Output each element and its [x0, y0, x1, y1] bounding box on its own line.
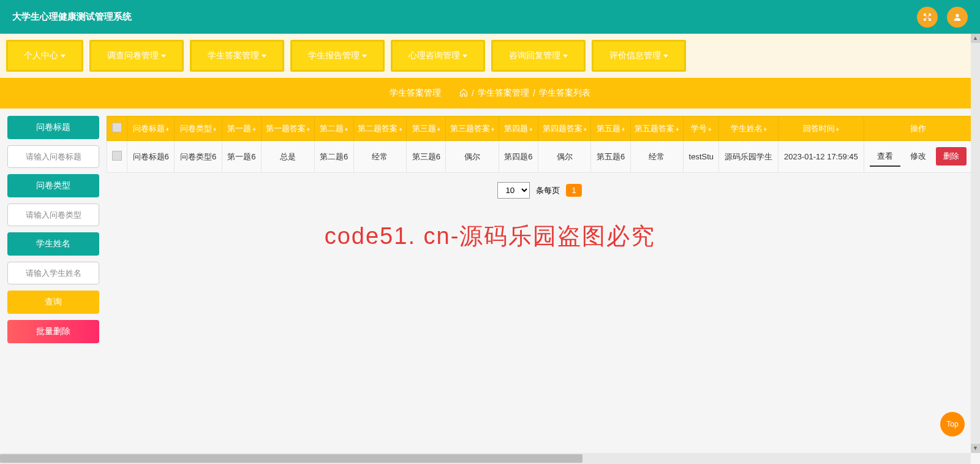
scroll-up-icon[interactable]: ▲ — [971, 34, 980, 43]
table-row: 问卷标题6 问卷类型6 第一题6 总是 第二题6 经常 第三题6 偶尔 第四题6… — [107, 141, 973, 173]
delete-button[interactable]: 删除 — [936, 147, 967, 165]
home-icon[interactable] — [459, 88, 468, 99]
sort-icon: ♦ — [836, 126, 839, 132]
chevron-down-icon — [663, 55, 668, 58]
nav-consult-reply-mgmt[interactable]: 咨询回复管理 — [491, 40, 586, 72]
th-col[interactable]: 第二题答案♦ — [353, 116, 406, 141]
cell: 经常 — [353, 141, 406, 173]
th-col[interactable]: 第四题♦ — [499, 116, 538, 141]
chevron-down-icon — [262, 55, 266, 58]
th-col[interactable]: 问卷标题♦ — [127, 116, 175, 141]
nav-eval-info-mgmt[interactable]: 评价信息管理 — [592, 40, 686, 72]
th-col[interactable]: 问卷类型♦ — [175, 116, 222, 141]
cell: 偶尔 — [538, 141, 591, 173]
content-wrap: 问卷标题 问卷类型 学生姓名 查询 批量删除 问卷标题♦ 问卷类型♦ 第一题♦ … — [0, 108, 980, 351]
fullscreen-icon[interactable] — [917, 7, 938, 28]
scroll-top-button[interactable]: Top — [940, 412, 965, 436]
th-col[interactable]: 第一题答案♦ — [262, 116, 314, 141]
th-checkbox — [107, 116, 127, 141]
filter-input-type[interactable] — [7, 203, 99, 226]
page-number[interactable]: 1 — [566, 184, 581, 197]
breadcrumb-current: 学生答案管理 — [390, 88, 441, 99]
nav-survey-mgmt[interactable]: 调查问卷管理 — [89, 40, 184, 72]
view-button[interactable]: 查看 — [870, 147, 900, 167]
row-checkbox[interactable] — [112, 151, 122, 161]
filter-sidebar: 问卷标题 问卷类型 学生姓名 查询 批量删除 — [7, 116, 99, 343]
cell: testStu — [684, 141, 719, 173]
system-title: 大学生心理健康测试管理系统 — [12, 11, 132, 23]
breadcrumb-link-2[interactable]: 学生答案列表 — [539, 88, 590, 99]
sort-icon: ♦ — [437, 126, 440, 132]
edit-button[interactable]: 修改 — [903, 147, 933, 165]
filter-label-title: 问卷标题 — [7, 116, 99, 139]
th-col[interactable]: 第三题♦ — [407, 116, 446, 141]
sort-icon: ♦ — [399, 126, 402, 132]
cell: 偶尔 — [446, 141, 499, 173]
nav-student-report-mgmt[interactable]: 学生报告管理 — [290, 40, 385, 72]
breadcrumb: 学生答案管理 / 学生答案管理 / 学生答案列表 — [0, 78, 980, 108]
sort-icon: ♦ — [345, 126, 348, 132]
chevron-down-icon — [563, 55, 568, 58]
filter-label-type: 问卷类型 — [7, 174, 99, 197]
nav-psych-consult-mgmt[interactable]: 心理咨询管理 — [391, 40, 485, 72]
th-col[interactable]: 第三题答案♦ — [446, 116, 499, 141]
breadcrumb-link-1[interactable]: 学生答案管理 — [478, 88, 529, 99]
sort-icon: ♦ — [213, 126, 216, 132]
th-actions: 操作 — [864, 116, 972, 141]
per-page-label: 条每页 — [536, 185, 560, 196]
th-col[interactable]: 第五题答案♦ — [630, 116, 683, 141]
horizontal-scrollbar[interactable] — [0, 453, 971, 464]
pagination: 10 条每页 1 — [107, 173, 973, 208]
th-col[interactable]: 回答时间♦ — [778, 116, 864, 141]
sort-icon: ♦ — [708, 126, 711, 132]
nav-bar: 个人中心 调查问卷管理 学生答案管理 学生报告管理 心理咨询管理 咨询回复管理 … — [0, 34, 980, 78]
sort-icon: ♦ — [307, 126, 310, 132]
th-col[interactable]: 第二题♦ — [314, 116, 353, 141]
sort-icon: ♦ — [166, 126, 169, 132]
th-col[interactable]: 第四题答案♦ — [538, 116, 591, 141]
table-area: 问卷标题♦ 问卷类型♦ 第一题♦ 第一题答案♦ 第二题♦ 第二题答案♦ 第三题♦… — [107, 116, 973, 343]
filter-label-student: 学生姓名 — [7, 232, 99, 256]
cell: 问卷类型6 — [175, 141, 222, 173]
sort-icon: ♦ — [252, 126, 255, 132]
nav-student-answer-mgmt[interactable]: 学生答案管理 — [190, 40, 284, 72]
th-col[interactable]: 第一题♦ — [222, 116, 261, 141]
data-table: 问卷标题♦ 问卷类型♦ 第一题♦ 第一题答案♦ 第二题♦ 第二题答案♦ 第三题♦… — [107, 116, 973, 173]
filter-input-title[interactable] — [7, 145, 99, 168]
sort-icon: ♦ — [764, 126, 767, 132]
page-size-select[interactable]: 10 — [497, 182, 530, 199]
cell: 源码乐园学生 — [719, 141, 778, 173]
table-header-row: 问卷标题♦ 问卷类型♦ 第一题♦ 第一题答案♦ 第二题♦ 第二题答案♦ 第三题♦… — [107, 116, 973, 141]
sort-icon: ♦ — [491, 126, 494, 132]
th-col[interactable]: 第五题♦ — [591, 116, 630, 141]
cell: 总是 — [262, 141, 314, 173]
filter-input-student[interactable] — [7, 262, 99, 284]
chevron-down-icon — [462, 55, 467, 58]
nav-personal-center[interactable]: 个人中心 — [6, 40, 83, 72]
select-all-checkbox[interactable] — [112, 123, 122, 132]
svg-point-0 — [956, 13, 959, 17]
cell: 第五题6 — [591, 141, 630, 173]
batch-delete-button[interactable]: 批量删除 — [7, 320, 99, 343]
chevron-down-icon — [61, 55, 66, 58]
th-col[interactable]: 学生姓名♦ — [719, 116, 778, 141]
cell: 问卷标题6 — [127, 141, 175, 173]
user-icon[interactable] — [947, 7, 968, 28]
sort-icon: ♦ — [676, 126, 679, 132]
scrollbar-thumb[interactable] — [0, 454, 582, 463]
breadcrumb-path: / 学生答案管理 / 学生答案列表 — [459, 88, 590, 99]
header-icons — [917, 7, 968, 28]
cell: 第四题6 — [499, 141, 538, 173]
sort-icon: ♦ — [622, 126, 625, 132]
vertical-scrollbar[interactable]: ▲ ▼ — [971, 34, 980, 453]
chevron-down-icon — [362, 55, 367, 58]
th-col[interactable]: 学号♦ — [684, 116, 719, 141]
cell: 第三题6 — [407, 141, 446, 173]
chevron-down-icon — [161, 55, 166, 58]
cell: 2023-01-12 17:59:45 — [778, 141, 864, 173]
scroll-down-icon[interactable]: ▼ — [971, 444, 980, 453]
cell: 经常 — [630, 141, 683, 173]
top-header: 大学生心理健康测试管理系统 — [0, 0, 980, 34]
cell: 第一题6 — [222, 141, 261, 173]
query-button[interactable]: 查询 — [7, 291, 99, 314]
